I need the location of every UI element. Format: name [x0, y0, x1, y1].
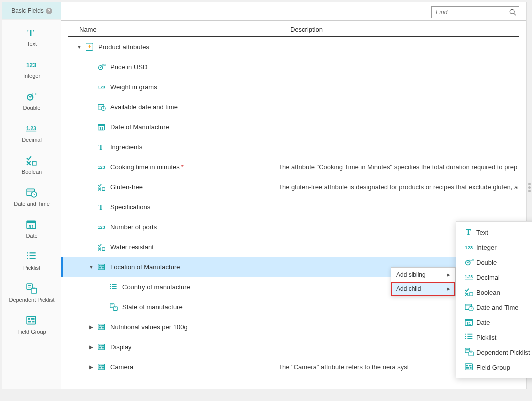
datetime-icon: [96, 104, 108, 112]
sidebar-item-picklist[interactable]: Picklist: [2, 244, 62, 276]
tree-row[interactable]: Specifications: [68, 198, 520, 218]
sidebar-item-label: Field Group: [18, 329, 46, 335]
row-name: Specifications: [110, 204, 150, 211]
date-icon: [462, 318, 476, 327]
decimal-icon: [26, 123, 38, 135]
main-panel: Name Description ▼Product attributesPric…: [62, 2, 526, 389]
text-icon: [96, 204, 108, 212]
sidebar-item-boolean[interactable]: Boolean: [2, 148, 62, 180]
integer-icon: [26, 59, 38, 71]
expand-arrow-icon[interactable]: ▶: [86, 364, 96, 370]
search-input[interactable]: [432, 6, 520, 18]
context-add-sibling[interactable]: Add sibling▶: [392, 268, 456, 282]
submenu-item-label: Field Group: [476, 364, 510, 372]
row-name: Price in USD: [110, 64, 148, 71]
submenu-item-dependent[interactable]: Dependent Picklist: [456, 345, 532, 360]
chevron-right-icon: ▶: [447, 286, 450, 292]
fieldgroup-icon: [462, 363, 476, 372]
double-icon: [26, 91, 38, 103]
context-add-child[interactable]: Add child▶: [392, 282, 456, 296]
tree-row[interactable]: ▶CameraThe "Camera" attribute refers to …: [68, 358, 520, 378]
datetime-icon: [462, 303, 476, 312]
expand-arrow-icon[interactable]: ▶: [86, 344, 96, 350]
search-icon[interactable]: [510, 9, 516, 16]
row-name: State of manufacture: [122, 304, 183, 311]
submenu-item-label: Double: [476, 259, 497, 266]
row-name: Ingredients: [110, 144, 142, 151]
tree-row[interactable]: Price in USD: [68, 58, 520, 78]
submenu-item-picklist[interactable]: Picklist: [456, 330, 532, 345]
boolean-icon: [96, 184, 108, 192]
submenu-item-decimal[interactable]: Decimal: [456, 270, 532, 285]
tree-row[interactable]: Number of ports: [68, 218, 520, 238]
row-name: Cooking time in minutes: [110, 164, 180, 171]
sidebar-item-double[interactable]: Double: [2, 84, 62, 116]
sidebar-item-integer[interactable]: Integer: [2, 52, 62, 84]
expand-arrow-icon[interactable]: ▼: [86, 264, 96, 270]
picklist-icon: [108, 284, 120, 292]
sidebar-item-label: Integer: [24, 73, 40, 79]
sidebar-item-dependent[interactable]: Dependent Picklist: [2, 276, 62, 308]
submenu-item-boolean[interactable]: Boolean: [456, 285, 532, 300]
sidebar-item-label: Dependent Picklist: [9, 297, 54, 303]
context-menu: Add sibling▶Add child▶: [391, 268, 456, 296]
boolean-icon: [462, 288, 476, 297]
submenu-item-label: Boolean: [476, 289, 500, 296]
tree-row[interactable]: Date of Manufacture: [68, 118, 520, 138]
date-icon: [96, 124, 108, 132]
submenu-item-text[interactable]: Text: [456, 225, 532, 240]
row-name: Country of manufacture: [122, 284, 190, 291]
tree-row[interactable]: ▶Display: [68, 338, 520, 358]
integer-icon: [96, 224, 108, 232]
submenu-item-label: Decimal: [476, 274, 500, 282]
tree-row[interactable]: ▼Product attributes: [68, 38, 520, 58]
help-icon[interactable]: ?: [46, 8, 52, 14]
submenu-item-integer[interactable]: Integer: [456, 240, 532, 255]
tree-row[interactable]: Ingredients: [68, 138, 520, 158]
sidebar-item-fieldgroup[interactable]: Field Group: [2, 308, 62, 340]
row-name: Gluten-free: [110, 184, 143, 191]
tree-row[interactable]: State of manufacture: [68, 298, 520, 318]
tree-row[interactable]: Weight in grams: [68, 78, 520, 98]
row-name: Date of Manufacture: [110, 124, 170, 131]
sidebar-item-label: Decimal: [22, 137, 42, 143]
row-name: Camera: [110, 364, 134, 371]
submenu-item-datetime[interactable]: Date and Time: [456, 300, 532, 315]
submenu-item-double[interactable]: Double: [456, 255, 532, 270]
context-item-label: Add sibling: [396, 272, 426, 278]
tree-row[interactable]: ▶Nutritional values per 100g: [68, 318, 520, 338]
date-icon: [26, 219, 38, 231]
search-field[interactable]: [432, 6, 520, 18]
row-name: Display: [110, 344, 132, 351]
sidebar-item-label: Picklist: [24, 265, 40, 271]
tree-row[interactable]: Available date and time: [68, 98, 520, 118]
column-description[interactable]: Description: [290, 26, 512, 34]
tree-row[interactable]: Cooking time in minutes*The attribute "C…: [68, 158, 520, 178]
datetime-icon: [26, 187, 38, 199]
text-icon: [26, 27, 38, 39]
sidebar-item-date[interactable]: Date: [2, 212, 62, 244]
tree-row[interactable]: Water resistant: [68, 238, 520, 258]
sidebar-header: Basic Fields ?: [2, 2, 62, 20]
expand-arrow-icon[interactable]: ▼: [74, 44, 84, 50]
chevron-right-icon: ▶: [447, 272, 450, 278]
submenu-item-fieldgroup[interactable]: Field Group: [456, 360, 532, 375]
drag-handle-icon[interactable]: [528, 182, 532, 194]
sidebar-item-datetime[interactable]: Date and Time: [2, 180, 62, 212]
submenu-item-date[interactable]: Date: [456, 315, 532, 330]
column-name[interactable]: Name: [76, 26, 290, 34]
double-icon: [96, 64, 108, 72]
sidebar-item-label: Double: [24, 105, 41, 111]
fieldgroup-icon: [96, 364, 108, 372]
expand-arrow-icon[interactable]: ▶: [86, 324, 96, 330]
svg-line-36: [514, 14, 516, 16]
sidebar-item-decimal[interactable]: Decimal: [2, 116, 62, 148]
row-name: Weight in grams: [110, 84, 158, 91]
text-icon: [96, 144, 108, 152]
submenu-item-label: Text: [476, 229, 488, 236]
field-type-submenu: TextIntegerDoubleDecimalBooleanDate and …: [456, 222, 532, 378]
sidebar-item-text[interactable]: Text: [2, 20, 62, 52]
integer-icon: [96, 164, 108, 172]
tree-row[interactable]: Gluten-freeThe gluten-free attribute is …: [68, 178, 520, 198]
fieldgroup-icon: [26, 315, 38, 327]
